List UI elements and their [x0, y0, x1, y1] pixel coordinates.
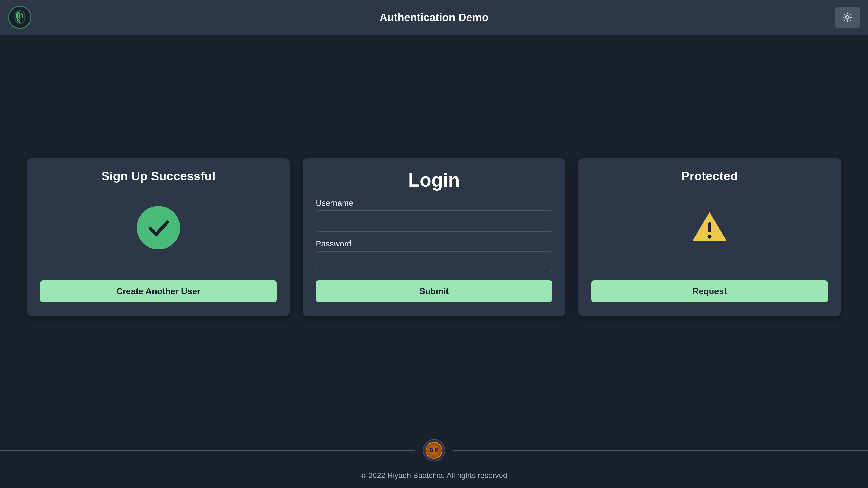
fingerprint-icon: [12, 9, 28, 26]
svg-line-7: [844, 20, 845, 20]
protected-card: Protected Request: [578, 158, 841, 316]
signup-card-body: [40, 183, 277, 272]
warning-icon-wrapper: [689, 207, 730, 249]
app-logo: [8, 6, 31, 29]
footer-line-left: [0, 450, 415, 451]
avatar-badge: B.R: [426, 442, 442, 459]
password-input[interactable]: [316, 251, 552, 272]
svg-point-10: [708, 234, 712, 238]
warning-triangle-icon: [689, 207, 730, 248]
svg-line-3: [844, 14, 845, 15]
main-content: Sign Up Successful Create Another User L…: [0, 35, 868, 439]
create-another-user-button[interactable]: Create Another User: [40, 280, 277, 302]
protected-card-title: Protected: [591, 169, 828, 183]
theme-toggle-button[interactable]: [835, 6, 860, 28]
signup-card: Sign Up Successful Create Another User: [27, 158, 290, 316]
svg-line-8: [850, 14, 850, 15]
password-label: Password: [316, 239, 552, 248]
login-card-title: Login: [316, 169, 552, 191]
footer: B.R © 2022 Riyadh Baatchia. All rights r…: [0, 439, 868, 488]
password-group: Password: [316, 239, 552, 272]
request-button[interactable]: Request: [591, 280, 828, 302]
login-card: Login Username Password Submit: [303, 158, 565, 316]
svg-rect-9: [708, 222, 712, 232]
sun-icon: [842, 12, 852, 23]
signup-card-title: Sign Up Successful: [40, 169, 277, 183]
protected-card-body: [591, 183, 828, 272]
footer-line-right: [453, 450, 868, 451]
copyright-text: © 2022 Riyadh Baatchia. All rights reser…: [361, 471, 507, 480]
header: Authentication Demo: [0, 0, 868, 35]
svg-line-4: [850, 20, 850, 20]
username-group: Username: [316, 198, 552, 231]
footer-avatar: B.R: [423, 439, 445, 461]
username-input[interactable]: [316, 210, 552, 231]
svg-point-0: [846, 16, 849, 19]
cards-container: Sign Up Successful Create Another User L…: [27, 158, 841, 316]
success-icon-circle: [137, 206, 180, 250]
footer-divider: B.R: [0, 439, 868, 461]
login-submit-button[interactable]: Submit: [316, 280, 552, 302]
username-label: Username: [316, 198, 552, 208]
page-title: Authentication Demo: [379, 11, 489, 24]
checkmark-icon: [145, 214, 172, 241]
